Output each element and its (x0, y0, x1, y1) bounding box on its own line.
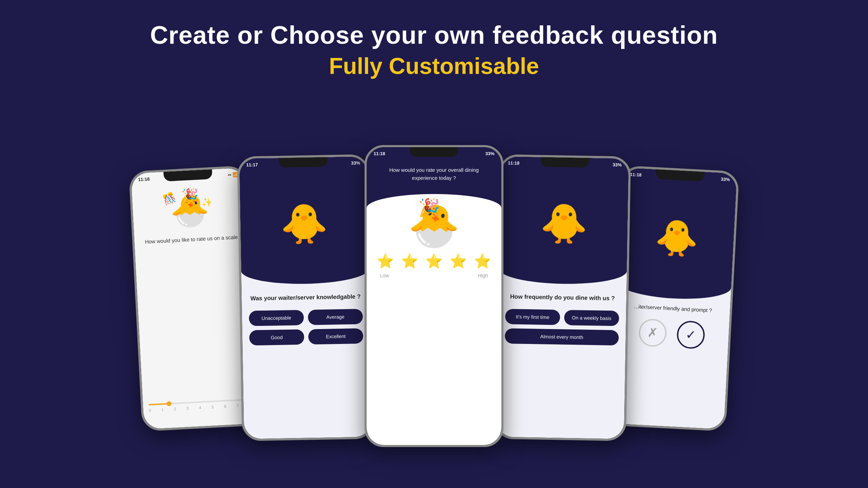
star-3[interactable]: ⭐ (425, 253, 443, 269)
star-5[interactable]: ⭐ (474, 253, 491, 269)
phone-1-question: How would you like to rate us on a scale (138, 234, 245, 245)
phone-5-question: ...iter/server friendly and prompt ? (623, 303, 723, 314)
phone-1-time: 11:18 (138, 176, 150, 182)
phone-1-scale: 0 1 2 3 4 5 6 7 8 (143, 398, 258, 429)
phone-3: 11:18 33% How would you rate your overal… (365, 145, 503, 447)
phone-3-inner: 11:18 33% How would you rate your overal… (367, 147, 501, 445)
phone-1-icons: ▪▪ 📶 (228, 171, 238, 177)
phone-3-content: How would you rate your overall dining e… (367, 147, 501, 445)
check-no[interactable]: ✗ (638, 318, 667, 347)
header-subtitle: Fully Customisable (0, 53, 868, 79)
phone-4-notch (541, 157, 589, 167)
star-2[interactable]: ⭐ (401, 253, 418, 269)
phone-5-battery: 33% (721, 176, 730, 182)
phone-2-time: 11:17 (246, 162, 258, 167)
option-first-time[interactable]: It's my first time (505, 309, 560, 325)
phone-4-question: How frequently do you dine with us ? (506, 293, 619, 302)
phone-4-bottom: How frequently do you dine with us ? It'… (498, 283, 627, 356)
phone-3-question: How would you rate your overall dining e… (367, 166, 501, 182)
phone-5-checks: ✗ ✓ (621, 317, 723, 350)
phone-2: 11:17 33% 🐥 Was your waiter/server knowl… (237, 154, 374, 441)
phone-4-time: 11:18 (508, 160, 520, 166)
label-high: High (478, 273, 488, 278)
option-average[interactable]: Average (308, 309, 363, 325)
phone-3-notch (410, 147, 458, 157)
phone-2-inner: 11:17 33% 🐥 Was your waiter/server knowl… (239, 157, 372, 439)
phone-1-chick-area: 🎊 🐣 🎉 ✨ (169, 194, 210, 227)
chick-2-emoji: 🐥 (280, 201, 328, 247)
chick-4-emoji: 🐥 (540, 201, 588, 247)
phones-container: 11:18 ▪▪ 📶 🎊 🐣 🎉 ✨ How would you like to… (0, 100, 868, 447)
header-title: Create or Choose your own feedback quest… (0, 21, 868, 49)
star-1[interactable]: ⭐ (377, 253, 394, 269)
chick-5-emoji: 🐥 (654, 216, 700, 259)
phone-4-top: 🐥 (499, 157, 629, 285)
party-hat-3: 🎉 (418, 197, 440, 218)
stars-row: ⭐ ⭐ ⭐ ⭐ ⭐ (377, 253, 491, 269)
option-monthly[interactable]: Almost every month (505, 328, 619, 345)
phone-4: 11:18 33% 🐥 How frequently do you dine w… (494, 154, 631, 441)
phone-5-time: 11:18 (630, 171, 642, 177)
phone-4-battery: 33% (613, 162, 622, 167)
chick-3-wrapper: 🐣 🎉 (408, 204, 460, 246)
option-weekly[interactable]: On a weekly basis (564, 310, 619, 326)
phone-4-options-row: It's my first time On a weekly basis (505, 309, 619, 326)
star-4[interactable]: ⭐ (450, 253, 467, 269)
phone-4-inner: 11:18 33% 🐥 How frequently do you dine w… (496, 157, 629, 439)
phone-5-bottom: ...iter/server friendly and prompt ? ✗ ✓ (614, 295, 731, 357)
option-good[interactable]: Good (249, 329, 304, 345)
phone-2-notch (279, 157, 327, 167)
option-unacceptable[interactable]: Unacceptable (249, 310, 304, 326)
phone-2-top: 🐥 (239, 157, 369, 285)
stars-labels: Low High (380, 273, 488, 278)
party-hat-1: 🎉 (181, 187, 199, 205)
phone-2-options: Unacceptable Average Good Excellent (249, 309, 364, 345)
phone-3-time: 11:18 (374, 151, 385, 156)
option-excellent[interactable]: Excellent (308, 328, 364, 344)
label-low: Low (380, 273, 389, 278)
phone-5-top: 🐥 (617, 168, 737, 302)
phone-2-question: Was your waiter/server knowledgable ? (249, 293, 362, 302)
phone-2-battery: 33% (351, 160, 360, 165)
header-section: Create or Choose your own feedback quest… (0, 0, 868, 93)
phone-2-bottom: Was your waiter/server knowledgable ? Un… (241, 283, 370, 356)
phone-3-battery: 33% (485, 151, 494, 156)
phone-3-chick-area: 🐣 🎉 ⭐ ⭐ ⭐ ⭐ ⭐ Low High (367, 194, 501, 445)
check-yes[interactable]: ✓ (676, 320, 706, 350)
confetti-right: ✨ (201, 197, 212, 208)
